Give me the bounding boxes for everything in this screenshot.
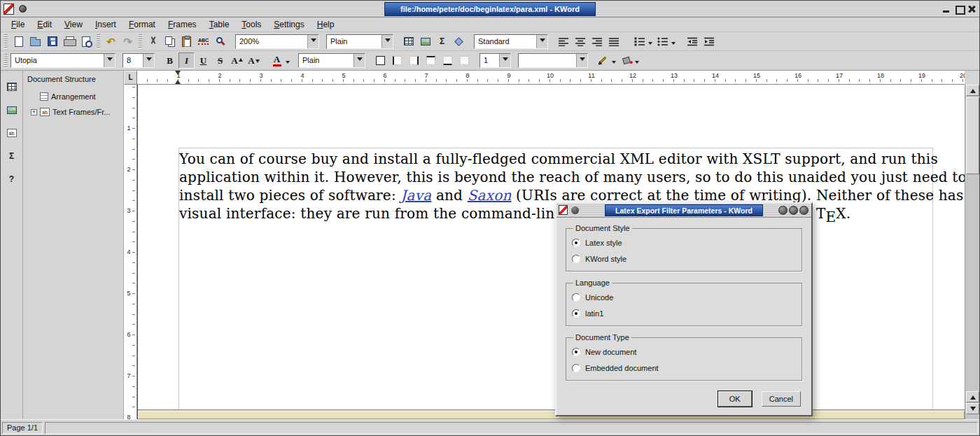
numbered-list-button[interactable] [631, 34, 648, 50]
vertical-scrollbar[interactable] [965, 85, 979, 419]
cut-button[interactable] [145, 34, 161, 50]
menu-item[interactable]: File [5, 18, 31, 31]
sticky-pin-icon[interactable] [19, 5, 27, 13]
font-color-dropdown-icon[interactable] [286, 61, 290, 66]
char-style-combobox[interactable]: Plain [298, 53, 365, 68]
border-none-button[interactable] [456, 52, 472, 69]
font-family-combobox[interactable]: Utopia [10, 53, 115, 68]
paragraph-style-combobox[interactable]: Standard [474, 34, 548, 49]
text-frame-tool-button[interactable]: ab [3, 124, 21, 142]
paragraph-style-dropdown-button[interactable] [536, 35, 547, 48]
font-size-dropdown-button[interactable] [143, 54, 154, 67]
dialog-close-icon[interactable] [799, 206, 808, 215]
radio-unicode[interactable]: Unicode [572, 289, 796, 305]
align-left-button[interactable] [555, 34, 571, 50]
vertical-ruler[interactable]: 12345678 [124, 85, 137, 419]
java-link[interactable]: Java [400, 187, 431, 204]
radio-embedded-document[interactable]: Embedded document [572, 360, 796, 376]
border-style-combobox[interactable] [518, 53, 588, 68]
new-document-button[interactable] [10, 34, 27, 50]
border-bottom-button[interactable] [440, 52, 456, 69]
minimize-icon[interactable] [941, 3, 952, 15]
horizontal-ruler[interactable]: 1234567891011121314151617181920 [137, 71, 965, 85]
find-button[interactable] [212, 34, 228, 50]
horizontal-scrollbar[interactable] [138, 409, 965, 419]
dialog-sticky-icon[interactable] [571, 206, 579, 214]
border-style-dropdown-button[interactable] [576, 54, 587, 67]
radio-icon[interactable] [572, 293, 580, 302]
menu-item[interactable]: Edit [31, 18, 58, 31]
border-color-dropdown-icon[interactable] [612, 61, 616, 66]
print-button[interactable] [61, 34, 77, 50]
radio-icon[interactable] [572, 239, 580, 247]
menu-item[interactable]: Frames [162, 18, 203, 31]
dialog-maximize-icon[interactable] [789, 206, 798, 215]
toolbar-handle[interactable] [139, 34, 142, 48]
strikethrough-button[interactable]: S [212, 52, 228, 69]
ok-button[interactable]: OK [718, 391, 752, 407]
menu-item[interactable]: View [58, 18, 89, 31]
border-top-button[interactable] [423, 52, 439, 69]
object-tool-button[interactable]: ? [3, 170, 21, 188]
document-canvas[interactable]: You can of course buy and install a full… [137, 85, 965, 419]
copy-button[interactable] [162, 34, 178, 50]
vertical-scrollbar-thumb[interactable] [966, 97, 979, 174]
style-combobox[interactable]: Plain [326, 34, 393, 49]
menu-item[interactable]: Insert [89, 18, 122, 31]
increase-indent-button[interactable] [701, 34, 717, 50]
menu-item[interactable]: Tools [235, 18, 267, 31]
border-right-button[interactable] [406, 52, 422, 69]
scroll-down-button[interactable] [966, 403, 979, 414]
print-preview-button[interactable] [78, 34, 94, 50]
border-left-button[interactable] [389, 52, 405, 69]
style-dropdown-button[interactable] [382, 35, 393, 48]
toolbar-handle[interactable] [97, 34, 100, 48]
numbered-list-dropdown-icon[interactable] [648, 42, 652, 47]
bullet-list-dropdown-icon[interactable] [671, 42, 676, 47]
cancel-button[interactable]: Cancel [762, 391, 801, 407]
menu-item[interactable]: Help [311, 18, 341, 31]
border-outline-button[interactable] [372, 52, 388, 69]
radio-latin1[interactable]: latin1 [572, 305, 796, 321]
formula-tool-button[interactable]: Σ [3, 147, 21, 165]
paste-button[interactable] [178, 34, 195, 50]
maximize-icon[interactable] [953, 3, 965, 15]
undo-button[interactable]: ↶ [103, 34, 119, 50]
save-button[interactable] [44, 34, 60, 50]
insert-formula-button[interactable]: Σ [434, 34, 450, 50]
underline-button[interactable]: U [195, 52, 211, 69]
border-color-button[interactable] [595, 52, 611, 69]
align-center-button[interactable] [572, 34, 588, 50]
decrease-indent-button[interactable] [684, 34, 700, 50]
toolbar-handle[interactable] [4, 54, 8, 68]
background-color-dropdown-icon[interactable] [635, 61, 639, 66]
border-width-dropdown-button[interactable] [499, 54, 510, 67]
open-button[interactable] [27, 34, 43, 50]
radio-icon[interactable] [572, 348, 580, 356]
spellcheck-button[interactable]: ABC [195, 34, 211, 50]
tree-item-text-frames[interactable]: + ab Text Frames/Fr... [23, 104, 123, 120]
zoom-combobox[interactable]: 200% [235, 34, 319, 49]
background-color-button[interactable] [618, 52, 634, 69]
menu-item[interactable]: Format [122, 18, 162, 31]
radio-kword-style[interactable]: KWord style [572, 251, 796, 267]
superscript-button[interactable]: A [229, 52, 245, 69]
close-icon[interactable] [966, 3, 977, 15]
kword-app-icon[interactable] [4, 3, 14, 15]
insert-table-button[interactable] [400, 34, 416, 50]
char-style-dropdown-button[interactable] [354, 54, 365, 67]
align-justify-button[interactable] [606, 34, 622, 50]
expander-plus-icon[interactable]: + [31, 109, 37, 115]
window-titlebar[interactable]: file:/home/peter/doc/beginlatex/para.xml… [1, 1, 979, 17]
bold-button[interactable]: B [162, 52, 178, 69]
align-right-button[interactable] [589, 34, 605, 50]
font-family-dropdown-button[interactable] [104, 54, 115, 67]
menu-item[interactable]: Table [203, 18, 236, 31]
radio-icon[interactable] [572, 309, 580, 318]
insert-picture-button[interactable] [417, 34, 433, 50]
italic-button[interactable]: I [178, 52, 195, 69]
radio-icon[interactable] [572, 364, 580, 372]
scroll-up-button[interactable] [966, 85, 979, 96]
radio-latex-style[interactable]: Latex style [572, 234, 796, 251]
subscript-button[interactable]: A [246, 52, 262, 69]
